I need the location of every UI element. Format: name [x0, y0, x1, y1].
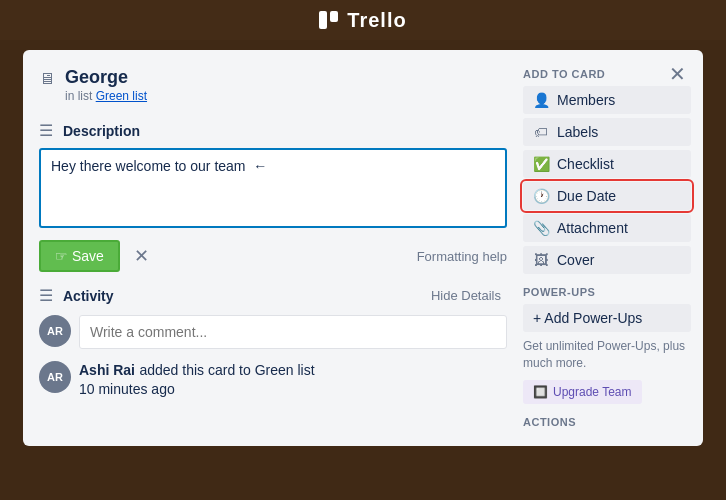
power-ups-description: Get unlimited Power-Ups, plus much more.	[523, 338, 691, 372]
trello-logo-text: Trello	[347, 9, 406, 32]
power-ups-section: POWER-UPS + Add Power-Ups Get unlimited …	[523, 286, 691, 404]
activity-header: ☰ Activity Hide Details	[39, 286, 507, 305]
attachment-button[interactable]: 📎 Attachment	[523, 214, 691, 242]
cover-button[interactable]: 🖼 Cover	[523, 246, 691, 274]
upgrade-team-button[interactable]: 🔲 Upgrade Team	[523, 380, 642, 404]
modal-close-button[interactable]: ✕	[663, 60, 691, 88]
activity-section: ☰ Activity Hide Details AR AR	[39, 286, 507, 397]
power-ups-label: POWER-UPS	[523, 286, 691, 298]
trello-logo: Trello	[319, 9, 406, 32]
activity-icon: ☰	[39, 286, 53, 305]
comment-row: AR	[39, 315, 507, 349]
top-bar: Trello	[0, 0, 726, 40]
cursor-icon: ☞	[55, 248, 68, 264]
members-icon: 👤	[533, 92, 549, 108]
green-list-link[interactable]: Green list	[96, 89, 147, 103]
labels-icon: 🏷	[533, 124, 549, 140]
user-avatar-comment: AR	[39, 315, 71, 347]
hide-details-button[interactable]: Hide Details	[425, 286, 507, 305]
description-actions: ☞ Save ✕ Formatting help	[39, 240, 507, 272]
formatting-help-link[interactable]: Formatting help	[417, 249, 507, 264]
comment-input[interactable]	[79, 315, 507, 349]
card-title-row: 🖥 George in list Green list	[39, 66, 507, 103]
cover-icon: 🖼	[533, 252, 549, 268]
desc-left-actions: ☞ Save ✕	[39, 240, 155, 272]
in-list-label: in list Green list	[65, 89, 147, 103]
labels-button[interactable]: 🏷 Labels	[523, 118, 691, 146]
card-title: George	[65, 66, 147, 89]
add-power-ups-button[interactable]: + Add Power-Ups	[523, 304, 691, 332]
activity-avatar: AR	[39, 361, 71, 393]
members-button[interactable]: 👤 Members	[523, 86, 691, 114]
card-icon: 🖥	[39, 70, 55, 88]
modal-right-sidebar: ADD TO CARD 👤 Members 🏷 Labels ✅ Checkli…	[523, 66, 691, 434]
activity-title: Activity	[63, 288, 114, 304]
due-date-icon: 🕐	[533, 188, 549, 204]
trello-logo-icon	[319, 11, 341, 29]
upgrade-icon: 🔲	[533, 385, 548, 399]
actions-section: ACTIONS	[523, 416, 691, 428]
cancel-button[interactable]: ✕	[128, 243, 155, 269]
description-textarea[interactable]: Hey there welcome to our team ←	[39, 148, 507, 228]
actions-label: ACTIONS	[523, 416, 691, 428]
activity-entry: AR Ashi Rai added this card to Green lis…	[39, 361, 507, 397]
description-icon: ☰	[39, 121, 53, 140]
description-header: ☰ Description	[39, 121, 507, 140]
checklist-icon: ✅	[533, 156, 549, 172]
activity-title-row: ☰ Activity	[39, 286, 114, 305]
card-title-content: George in list Green list	[65, 66, 147, 103]
modal-body: 🖥 George in list Green list ☰ Descriptio…	[23, 50, 703, 446]
activity-user: Ashi Rai	[79, 362, 135, 378]
activity-text: Ashi Rai added this card to Green list 1…	[79, 361, 507, 397]
checklist-button[interactable]: ✅ Checklist	[523, 150, 691, 178]
description-title: Description	[63, 123, 140, 139]
activity-time: 10 minutes ago	[79, 381, 507, 397]
activity-action: added this card to Green list	[139, 362, 314, 378]
save-button[interactable]: ☞ Save	[39, 240, 120, 272]
attachment-icon: 📎	[533, 220, 549, 236]
due-date-button[interactable]: 🕐 Due Date	[523, 182, 691, 210]
modal-left: 🖥 George in list Green list ☰ Descriptio…	[39, 66, 507, 434]
description-section: ☰ Description Hey there welcome to our t…	[39, 121, 507, 272]
modal-overlay: ✕ 🖥 George in list Green list	[0, 40, 726, 500]
modal: ✕ 🖥 George in list Green list	[23, 50, 703, 446]
